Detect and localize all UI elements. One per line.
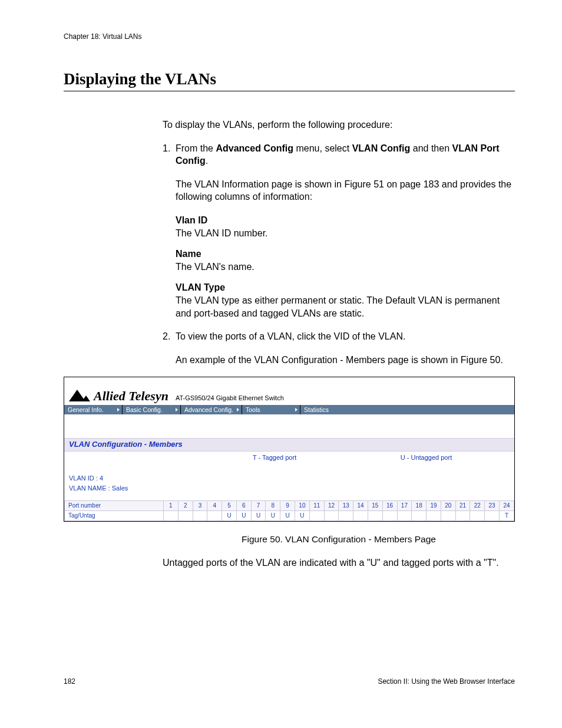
text: menu, select: [293, 143, 352, 153]
step-2-subparagraph: An example of the VLAN Configuration - M…: [176, 354, 515, 367]
vlan-members-screenshot: Allied Telesyn AT-GS950/24 Gigabit Ether…: [64, 377, 515, 522]
step-1-subparagraph: The VLAN Information page is shown in Fi…: [176, 178, 515, 203]
port-cell: [441, 511, 455, 521]
screenshot-menubar: General Info. Basic Config. Advanced Con…: [64, 405, 514, 414]
port-header: 22: [470, 501, 485, 511]
port-header: 21: [455, 501, 470, 511]
port-cell: T: [499, 511, 514, 521]
port-cell: U: [266, 511, 280, 521]
step-number: 2.: [163, 330, 176, 377]
menu-general-info[interactable]: General Info.: [64, 405, 123, 414]
port-header: 19: [427, 501, 441, 511]
table-row: Port number 1 2 3 4 5 6 7 8 9 10 11 12 1…: [65, 501, 514, 511]
screenshot-body: VLAN Configuration - Members T - Tagged …: [64, 414, 514, 521]
port-cell: [368, 511, 382, 521]
menu-tools[interactable]: Tools: [242, 405, 300, 414]
logo-triangle-icon: [82, 396, 90, 401]
port-header: 23: [485, 501, 500, 511]
port-header: 12: [324, 501, 339, 511]
table-row: Tag/Untag U U U U U U: [65, 511, 514, 521]
section-label: Section II: Using the Web Browser Interf…: [378, 677, 515, 686]
screenshot-header: Allied Telesyn AT-GS950/24 Gigabit Ether…: [64, 377, 514, 405]
port-cell: U: [295, 511, 310, 521]
bold-text: VLAN Config: [352, 143, 411, 153]
port-cell: [485, 511, 500, 521]
page-footer: 182 Section II: Using the Web Browser In…: [64, 677, 515, 686]
port-cell: [193, 511, 207, 521]
intro-paragraph: To display the VLANs, perform the follow…: [163, 118, 515, 131]
menu-advanced-config[interactable]: Advanced Config.: [181, 405, 242, 414]
brand-logo: Allied Telesyn AT-GS950/24 Gigabit Ether…: [69, 388, 284, 403]
port-cell: [397, 511, 412, 521]
port-header: 13: [339, 501, 353, 511]
port-header: 5: [222, 501, 237, 511]
chevron-right-icon: [117, 408, 120, 411]
chevron-right-icon: [237, 408, 239, 411]
port-header: 18: [412, 501, 427, 511]
port-cell: U: [280, 511, 295, 521]
screenshot-section-title: VLAN Configuration - Members: [64, 438, 514, 452]
port-cell: [178, 511, 193, 521]
definition-desc: The VLAN ID number.: [176, 227, 515, 240]
port-cell: [427, 511, 441, 521]
port-table: Port number 1 2 3 4 5 6 7 8 9 10 11 12 1…: [64, 500, 514, 521]
chapter-header: Chapter 18: Virtual LANs: [64, 32, 515, 41]
port-header: 15: [368, 501, 382, 511]
page-title: Displaying the VLANs: [64, 70, 515, 88]
port-cell: [455, 511, 470, 521]
port-header: 14: [353, 501, 368, 511]
text: To view the ports of a VLAN, click the V…: [176, 330, 515, 343]
definition-desc: The VLAN's name.: [176, 261, 515, 274]
step-2: 2. To view the ports of a VLAN, click th…: [163, 330, 515, 377]
port-header: 3: [193, 501, 207, 511]
definition-vlan-type: VLAN Type The VLAN type as either perman…: [176, 281, 515, 319]
text: .: [206, 156, 208, 166]
port-header: 10: [295, 501, 310, 511]
text: From the: [176, 143, 216, 153]
definition-name: Name The VLAN's name.: [176, 248, 515, 273]
port-header: 9: [280, 501, 295, 511]
definition-vlan-id: Vlan ID The VLAN ID number.: [176, 214, 515, 239]
port-cell: [382, 511, 397, 521]
vlan-id-label: VLAN ID : 4: [69, 473, 510, 483]
port-cell: U: [251, 511, 266, 521]
step-text: To view the ports of a VLAN, click the V…: [176, 330, 515, 377]
port-cell: [412, 511, 427, 521]
page: Chapter 18: Virtual LANs Displaying the …: [0, 0, 562, 728]
port-cell: U: [222, 511, 237, 521]
port-cell: [353, 511, 368, 521]
port-header: 1: [164, 501, 178, 511]
definition-term: VLAN Type: [176, 281, 515, 294]
port-header: 24: [499, 501, 514, 511]
port-header: 8: [266, 501, 280, 511]
outro-paragraph: Untagged ports of the VLAN are indicated…: [163, 556, 515, 569]
port-header: 2: [178, 501, 193, 511]
legend-untagged: U - Untagged port: [339, 454, 514, 462]
port-header: 7: [251, 501, 266, 511]
screenshot-vlan-info: VLAN ID : 4 VLAN NAME : Sales: [64, 463, 514, 500]
port-cell: U: [236, 511, 251, 521]
bold-text: Advanced Config: [216, 143, 293, 153]
port-cell: [324, 511, 339, 521]
step-text: From the Advanced Config menu, select VL…: [176, 142, 515, 214]
body-text: To display the VLANs, perform the follow…: [163, 118, 515, 377]
port-cell: [470, 511, 485, 521]
definition-term: Name: [176, 248, 515, 261]
port-header: 11: [309, 501, 324, 511]
brand-subtitle: AT-GS950/24 Gigabit Ethernet Switch: [176, 394, 284, 402]
port-header: 20: [441, 501, 455, 511]
menu-spacer: [362, 405, 514, 414]
step-number: 1.: [163, 142, 176, 214]
page-number: 182: [64, 677, 75, 686]
port-header: 4: [207, 501, 222, 511]
row-header-portnumber: Port number: [65, 501, 164, 511]
brand-name: Allied Telesyn: [94, 388, 168, 403]
step-1: 1. From the Advanced Config menu, select…: [163, 142, 515, 214]
menu-basic-config[interactable]: Basic Config.: [123, 405, 181, 414]
menu-statistics[interactable]: Statistics: [300, 405, 362, 414]
port-cell: [309, 511, 324, 521]
chevron-right-icon: [176, 408, 178, 411]
legend-tagged: T - Tagged port: [64, 454, 339, 462]
port-cell: [164, 511, 178, 521]
port-header: 16: [382, 501, 397, 511]
